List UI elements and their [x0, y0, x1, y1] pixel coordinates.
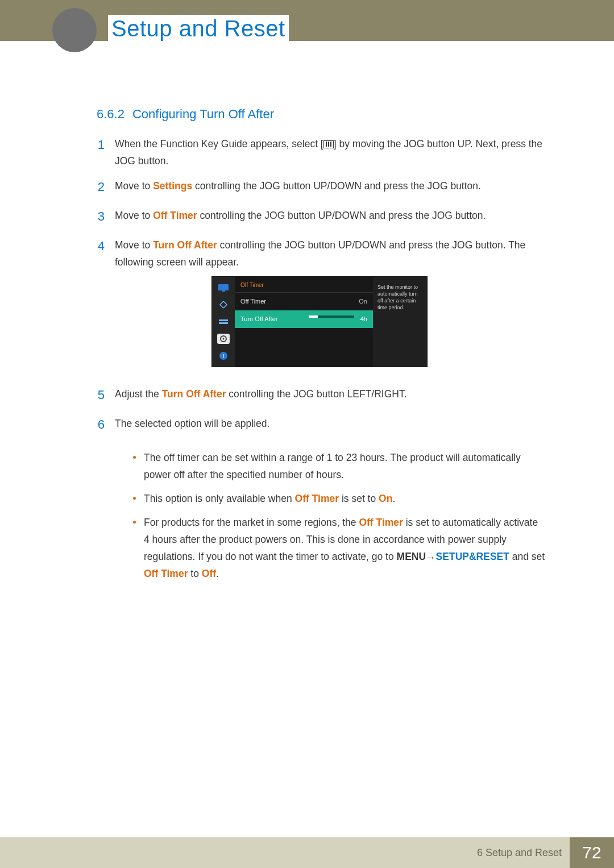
bullet-icon: [133, 521, 136, 524]
text: and set: [509, 551, 545, 562]
osd-row-label: Off Timer: [240, 296, 266, 307]
text: Move to: [115, 210, 153, 221]
step-5: 5 Adjust the Turn Off After controlling …: [97, 385, 546, 407]
note-text: This option is only available when Off T…: [144, 490, 546, 507]
header-mask: [0, 41, 614, 75]
svg-rect-2: [219, 319, 228, 321]
arrow-icon: →: [426, 549, 436, 566]
picture-icon: [217, 283, 230, 293]
osd-row-turnoffafter: Turn Off After 4h: [235, 310, 373, 328]
keyword-menu: MENU: [397, 551, 426, 562]
display-icon: [217, 317, 230, 327]
step-1: 1 When the Function Key Guide appears, s…: [97, 135, 546, 169]
step-num: 4: [97, 235, 105, 376]
text: controlling the JOG button UP/DOWN and p…: [192, 180, 481, 192]
bullet-icon: [133, 497, 136, 500]
bullet-icon: [133, 456, 136, 459]
text: Move to: [115, 239, 153, 251]
keyword-setupreset: SETUP&RESET: [436, 551, 509, 562]
note-text: The off timer can be set within a range …: [144, 449, 546, 483]
page-title: Setup and Reset: [108, 15, 289, 44]
steps-list: 1 When the Function Key Guide appears, s…: [97, 135, 546, 437]
keyword-turnoffafter: Turn Off After: [162, 388, 226, 400]
footer-chapter: 6 Setup and Reset: [477, 837, 562, 868]
svg-text:i: i: [222, 352, 224, 359]
step-text: Move to Off Timer controlling the JOG bu…: [115, 207, 546, 229]
keyword-settings: Settings: [153, 180, 192, 192]
keyword-off: Off: [202, 568, 216, 579]
text: When the Function Key Guide appears, sel…: [115, 138, 323, 149]
text: .: [392, 493, 395, 504]
section-heading: 6.6.2Configuring Turn Off After: [97, 107, 546, 122]
osd-slider: [309, 315, 354, 318]
info-icon: i: [217, 351, 230, 361]
text: is set to: [339, 493, 379, 504]
step-num: 1: [97, 134, 105, 168]
osd-description: Set the monitor to automatically turn of…: [373, 277, 427, 367]
menu-icon: [323, 140, 334, 148]
text: Move to: [115, 180, 153, 192]
svg-rect-1: [222, 290, 225, 292]
keyword-offtimer: Off Timer: [153, 210, 197, 221]
keyword-turnoffafter: Turn Off After: [153, 239, 217, 251]
osd-row-value: On: [359, 296, 367, 307]
note-1: The off timer can be set within a range …: [133, 449, 546, 483]
text: controlling the JOG button LEFT/RIGHT.: [226, 388, 406, 400]
section-number: 6.6.2: [97, 107, 125, 121]
osd-screenshot: i Off Timer Off Timer On Turn Off After: [211, 276, 428, 367]
keyword-offtimer: Off Timer: [359, 517, 403, 528]
step-2: 2 Move to Settings controlling the JOG b…: [97, 177, 546, 199]
osd-slider-fill: [309, 315, 318, 318]
step-text: The selected option will be applied.: [115, 415, 546, 437]
keyword-on: On: [379, 493, 392, 504]
note-2: This option is only available when Off T…: [133, 490, 546, 507]
text: This option is only available when: [144, 493, 295, 504]
pip-icon: [217, 300, 230, 310]
osd-row-label: Turn Off After: [240, 314, 277, 325]
osd-sidebar: i: [212, 277, 235, 367]
step-text: Move to Turn Off After controlling the J…: [115, 236, 546, 377]
text: .: [216, 568, 219, 579]
step-text: When the Function Key Guide appears, sel…: [115, 135, 546, 169]
step-3: 3 Move to Off Timer controlling the JOG …: [97, 207, 546, 229]
text: controlling the JOG button UP/DOWN and p…: [197, 210, 486, 221]
step-4: 4 Move to Turn Off After controlling the…: [97, 236, 546, 377]
svg-point-5: [223, 338, 225, 340]
text: to: [188, 568, 201, 579]
content: 6.6.2Configuring Turn Off After 1 When t…: [97, 107, 546, 589]
section-title: Configuring Turn Off After: [132, 107, 274, 121]
chapter-badge: [52, 8, 97, 52]
osd-row-offtimer: Off Timer On: [235, 293, 373, 310]
step-text: Move to Settings controlling the JOG but…: [115, 177, 546, 199]
step-num: 3: [97, 206, 105, 227]
notes-list: The off timer can be set within a range …: [133, 449, 546, 583]
text: Adjust the: [115, 388, 162, 400]
osd-main: Off Timer Off Timer On Turn Off After 4h: [235, 277, 373, 367]
osd-row-value: 4h: [360, 314, 367, 325]
footer-page-number: 72: [570, 837, 614, 868]
step-num: 5: [97, 384, 105, 406]
step-num: 6: [97, 414, 105, 435]
svg-rect-3: [219, 322, 228, 324]
settings-icon: [217, 334, 230, 344]
note-3: For products for the market in some regi…: [133, 514, 546, 582]
step-text: Adjust the Turn Off After controlling th…: [115, 385, 546, 407]
note-text: For products for the market in some regi…: [144, 514, 546, 582]
keyword-offtimer: Off Timer: [144, 568, 188, 579]
svg-rect-0: [218, 284, 229, 290]
step-num: 2: [97, 176, 105, 198]
keyword-offtimer: Off Timer: [295, 493, 339, 504]
text: For products for the market in some regi…: [144, 517, 359, 528]
step-6: 6 The selected option will be applied.: [97, 415, 546, 437]
osd-breadcrumb: Off Timer: [235, 277, 373, 293]
